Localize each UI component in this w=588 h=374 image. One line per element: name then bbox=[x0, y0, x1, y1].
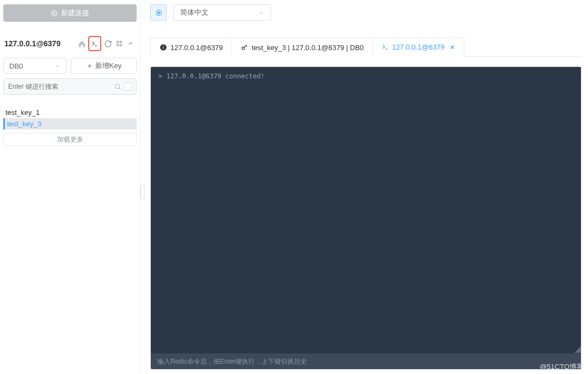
home-icon[interactable] bbox=[77, 39, 87, 48]
new-connection-button[interactable]: 新建连接 bbox=[3, 4, 137, 22]
fuzzy-search-checkbox[interactable] bbox=[124, 83, 132, 90]
db-select[interactable]: DB0 bbox=[3, 58, 66, 74]
console-icon-highlighted[interactable] bbox=[88, 36, 101, 51]
svg-rect-4 bbox=[117, 41, 119, 44]
console-icon bbox=[382, 44, 389, 51]
connection-header: 127.0.0.1@6379 bbox=[3, 36, 137, 51]
language-selected-label: 简体中文 bbox=[180, 8, 209, 17]
language-select[interactable]: 简体中文 bbox=[173, 4, 271, 21]
key-icon bbox=[241, 44, 248, 51]
grid-icon[interactable] bbox=[114, 39, 124, 48]
add-key-button[interactable]: ＋ 新增Key bbox=[71, 58, 137, 74]
info-icon bbox=[160, 44, 167, 51]
console-line: > 127.0.0.1@6379 connected! bbox=[158, 72, 573, 80]
load-more-button[interactable]: 加载更多 bbox=[3, 133, 137, 146]
resize-handle[interactable] bbox=[140, 185, 145, 199]
plus-icon: ＋ bbox=[86, 61, 93, 71]
svg-rect-5 bbox=[120, 41, 122, 44]
main-area: 简体中文 127.0.0.1@6379 test_key_3 | 127.0.0… bbox=[140, 0, 588, 374]
sidebar: 新建连接 127.0.0.1@6379 bbox=[0, 0, 140, 374]
svg-rect-13 bbox=[163, 47, 163, 49]
tab-key[interactable]: test_key_3 | 127.0.0.1@6379 | DB0 bbox=[231, 38, 373, 57]
svg-point-8 bbox=[115, 84, 120, 88]
tab-label: test_key_3 | 127.0.0.1@6379 | DB0 bbox=[252, 44, 364, 52]
tab-info[interactable]: 127.0.0.1@6379 bbox=[150, 38, 232, 57]
new-connection-label: 新建连接 bbox=[61, 8, 89, 18]
plus-circle-icon bbox=[51, 10, 58, 17]
svg-rect-7 bbox=[120, 44, 122, 47]
key-item[interactable]: test_key_3 bbox=[3, 118, 137, 130]
console-input[interactable] bbox=[157, 358, 574, 365]
console-output[interactable]: > 127.0.0.1@6379 connected! bbox=[151, 67, 581, 353]
watermark: @51CTO博客 bbox=[540, 362, 584, 372]
close-icon[interactable]: ✕ bbox=[450, 44, 455, 51]
add-key-label: 新增Key bbox=[95, 61, 121, 71]
tab-bar: 127.0.0.1@6379 test_key_3 | 127.0.0.1@63… bbox=[150, 37, 581, 57]
search-box[interactable] bbox=[3, 78, 137, 95]
console-panel: > 127.0.0.1@6379 connected! bbox=[150, 66, 581, 370]
connection-title: 127.0.0.1@6379 bbox=[4, 39, 76, 48]
search-input[interactable] bbox=[8, 83, 114, 90]
resize-corner-icon[interactable] bbox=[574, 346, 581, 353]
tab-label: 127.0.0.1@6379 bbox=[392, 43, 444, 51]
svg-line-9 bbox=[119, 88, 121, 89]
svg-rect-6 bbox=[117, 44, 119, 47]
svg-point-14 bbox=[163, 45, 164, 46]
chevron-down-icon bbox=[258, 10, 264, 16]
chevron-down-icon bbox=[54, 63, 60, 69]
chevron-up-icon[interactable] bbox=[126, 39, 136, 48]
svg-point-11 bbox=[157, 11, 160, 14]
search-icon[interactable] bbox=[114, 83, 122, 91]
db-selected-label: DB0 bbox=[9, 62, 23, 70]
refresh-icon[interactable] bbox=[103, 39, 113, 48]
svg-point-15 bbox=[242, 47, 245, 50]
view-toggle-radio[interactable] bbox=[150, 4, 167, 21]
tab-console[interactable]: 127.0.0.1@6379 ✕ bbox=[372, 38, 464, 57]
key-list: test_key_1 test_key_3 bbox=[3, 107, 137, 130]
tab-label: 127.0.0.1@6379 bbox=[170, 44, 223, 52]
key-item[interactable]: test_key_1 bbox=[3, 107, 137, 118]
